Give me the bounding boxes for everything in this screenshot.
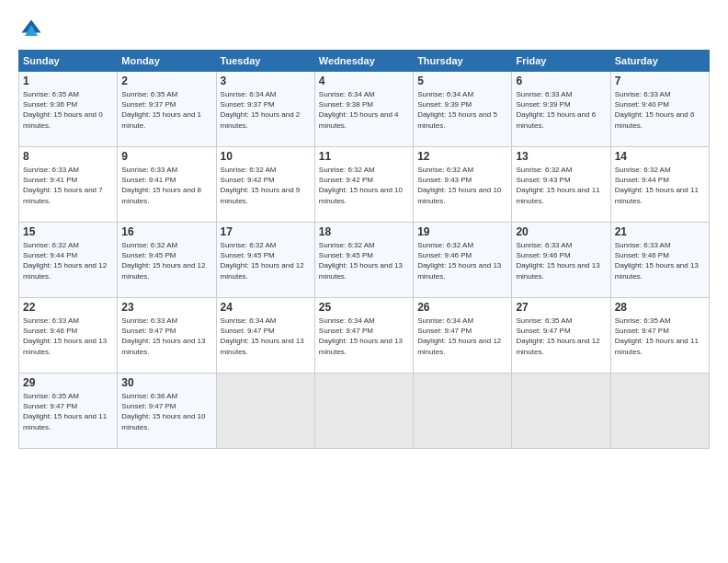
day-info: Sunrise: 6:32 AMSunset: 9:46 PMDaylight:… <box>417 240 507 282</box>
day-info: Sunrise: 6:34 AMSunset: 9:47 PMDaylight:… <box>221 316 311 357</box>
calendar-week-2: 8 Sunrise: 6:33 AMSunset: 9:41 PMDayligh… <box>19 147 710 223</box>
calendar-week-4: 22 Sunrise: 6:33 AMSunset: 9:46 PMDaylig… <box>19 298 710 373</box>
day-info: Sunrise: 6:36 AMSunset: 9:47 PMDaylight:… <box>121 391 211 432</box>
day-number: 18 <box>319 225 409 238</box>
column-header-saturday: Saturday <box>610 51 709 72</box>
day-number: 24 <box>221 301 311 314</box>
day-info: Sunrise: 6:32 AMSunset: 9:44 PMDaylight:… <box>615 165 705 206</box>
calendar-cell: 10 Sunrise: 6:32 AMSunset: 9:42 PMDaylig… <box>216 147 314 223</box>
day-info: Sunrise: 6:32 AMSunset: 9:42 PMDaylight:… <box>221 165 311 206</box>
calendar-header: SundayMondayTuesdayWednesdayThursdayFrid… <box>19 51 710 72</box>
column-header-tuesday: Tuesday <box>216 51 314 72</box>
day-info: Sunrise: 6:32 AMSunset: 9:43 PMDaylight:… <box>516 165 606 206</box>
day-info: Sunrise: 6:34 AMSunset: 9:47 PMDaylight:… <box>319 316 409 357</box>
day-number: 20 <box>516 225 606 238</box>
header <box>18 17 710 42</box>
day-number: 6 <box>516 75 606 87</box>
day-info: Sunrise: 6:34 AMSunset: 9:38 PMDaylight:… <box>319 89 409 131</box>
day-info: Sunrise: 6:33 AMSunset: 9:39 PMDaylight:… <box>516 89 606 131</box>
calendar-cell: 18 Sunrise: 6:32 AMSunset: 9:45 PMDaylig… <box>314 223 413 298</box>
logo <box>18 17 48 42</box>
day-number: 11 <box>319 150 409 163</box>
calendar-cell: 13 Sunrise: 6:32 AMSunset: 9:43 PMDaylig… <box>512 147 610 223</box>
day-info: Sunrise: 6:33 AMSunset: 9:41 PMDaylight:… <box>23 165 113 206</box>
column-header-sunday: Sunday <box>19 51 118 72</box>
day-number: 23 <box>121 301 211 314</box>
day-number: 29 <box>23 376 113 389</box>
column-header-friday: Friday <box>512 51 610 72</box>
calendar-cell: 21 Sunrise: 6:33 AMSunset: 9:46 PMDaylig… <box>610 223 709 298</box>
day-number: 17 <box>221 225 311 238</box>
calendar-cell: 3 Sunrise: 6:34 AMSunset: 9:37 PMDayligh… <box>216 72 314 147</box>
calendar-cell: 2 Sunrise: 6:35 AMSunset: 9:37 PMDayligh… <box>118 72 216 147</box>
calendar-table: SundayMondayTuesdayWednesdayThursdayFrid… <box>18 50 710 449</box>
day-number: 12 <box>417 150 507 163</box>
day-info: Sunrise: 6:34 AMSunset: 9:37 PMDaylight:… <box>221 89 311 131</box>
day-info: Sunrise: 6:33 AMSunset: 9:46 PMDaylight:… <box>615 240 705 282</box>
calendar-cell <box>414 373 512 449</box>
day-number: 7 <box>615 75 705 87</box>
day-number: 13 <box>516 150 606 163</box>
day-info: Sunrise: 6:35 AMSunset: 9:36 PMDaylight:… <box>23 89 113 131</box>
calendar-cell: 8 Sunrise: 6:33 AMSunset: 9:41 PMDayligh… <box>19 147 118 223</box>
day-number: 25 <box>319 301 409 314</box>
day-number: 26 <box>417 301 507 314</box>
calendar-cell: 6 Sunrise: 6:33 AMSunset: 9:39 PMDayligh… <box>512 72 610 147</box>
calendar-cell <box>216 373 314 449</box>
day-info: Sunrise: 6:35 AMSunset: 9:47 PMDaylight:… <box>23 391 113 432</box>
calendar-cell: 1 Sunrise: 6:35 AMSunset: 9:36 PMDayligh… <box>19 72 118 147</box>
column-header-monday: Monday <box>118 51 216 72</box>
day-info: Sunrise: 6:35 AMSunset: 9:47 PMDaylight:… <box>615 316 705 357</box>
calendar-cell: 27 Sunrise: 6:35 AMSunset: 9:47 PMDaylig… <box>512 298 610 373</box>
day-info: Sunrise: 6:35 AMSunset: 9:37 PMDaylight:… <box>121 89 211 131</box>
day-number: 8 <box>23 150 113 163</box>
calendar-cell <box>314 373 413 449</box>
day-number: 22 <box>23 301 113 314</box>
calendar-cell: 19 Sunrise: 6:32 AMSunset: 9:46 PMDaylig… <box>414 223 512 298</box>
calendar-cell: 16 Sunrise: 6:32 AMSunset: 9:45 PMDaylig… <box>118 223 216 298</box>
calendar-week-1: 1 Sunrise: 6:35 AMSunset: 9:36 PMDayligh… <box>19 72 710 147</box>
day-number: 19 <box>417 225 507 238</box>
calendar-cell: 30 Sunrise: 6:36 AMSunset: 9:47 PMDaylig… <box>118 373 216 449</box>
day-info: Sunrise: 6:33 AMSunset: 9:46 PMDaylight:… <box>23 316 113 357</box>
calendar-cell: 4 Sunrise: 6:34 AMSunset: 9:38 PMDayligh… <box>314 72 413 147</box>
day-info: Sunrise: 6:32 AMSunset: 9:45 PMDaylight:… <box>319 240 409 282</box>
calendar-cell: 28 Sunrise: 6:35 AMSunset: 9:47 PMDaylig… <box>610 298 709 373</box>
day-info: Sunrise: 6:32 AMSunset: 9:44 PMDaylight:… <box>23 240 113 282</box>
day-info: Sunrise: 6:35 AMSunset: 9:47 PMDaylight:… <box>516 316 606 357</box>
day-number: 1 <box>23 75 113 87</box>
day-number: 14 <box>615 150 705 163</box>
day-number: 27 <box>516 301 606 314</box>
calendar-cell: 23 Sunrise: 6:33 AMSunset: 9:47 PMDaylig… <box>118 298 216 373</box>
calendar-cell: 20 Sunrise: 6:33 AMSunset: 9:46 PMDaylig… <box>512 223 610 298</box>
calendar-cell: 5 Sunrise: 6:34 AMSunset: 9:39 PMDayligh… <box>414 72 512 147</box>
calendar-cell: 29 Sunrise: 6:35 AMSunset: 9:47 PMDaylig… <box>19 373 118 449</box>
day-info: Sunrise: 6:33 AMSunset: 9:40 PMDaylight:… <box>615 89 705 131</box>
day-info: Sunrise: 6:33 AMSunset: 9:46 PMDaylight:… <box>516 240 606 282</box>
calendar-cell: 17 Sunrise: 6:32 AMSunset: 9:45 PMDaylig… <box>216 223 314 298</box>
day-number: 9 <box>121 150 211 163</box>
day-info: Sunrise: 6:34 AMSunset: 9:47 PMDaylight:… <box>417 316 507 357</box>
calendar-cell <box>610 373 709 449</box>
day-info: Sunrise: 6:33 AMSunset: 9:47 PMDaylight:… <box>121 316 211 357</box>
logo-icon <box>18 17 44 42</box>
column-header-wednesday: Wednesday <box>314 51 413 72</box>
calendar-page: SundayMondayTuesdayWednesdayThursdayFrid… <box>0 0 728 563</box>
day-number: 5 <box>417 75 507 87</box>
calendar-cell: 24 Sunrise: 6:34 AMSunset: 9:47 PMDaylig… <box>216 298 314 373</box>
calendar-cell: 7 Sunrise: 6:33 AMSunset: 9:40 PMDayligh… <box>610 72 709 147</box>
day-info: Sunrise: 6:33 AMSunset: 9:41 PMDaylight:… <box>121 165 211 206</box>
day-info: Sunrise: 6:32 AMSunset: 9:42 PMDaylight:… <box>319 165 409 206</box>
calendar-cell: 15 Sunrise: 6:32 AMSunset: 9:44 PMDaylig… <box>19 223 118 298</box>
day-number: 3 <box>221 75 311 87</box>
day-number: 15 <box>23 225 113 238</box>
day-number: 4 <box>319 75 409 87</box>
calendar-cell: 25 Sunrise: 6:34 AMSunset: 9:47 PMDaylig… <box>314 298 413 373</box>
calendar-cell: 26 Sunrise: 6:34 AMSunset: 9:47 PMDaylig… <box>414 298 512 373</box>
calendar-week-5: 29 Sunrise: 6:35 AMSunset: 9:47 PMDaylig… <box>19 373 710 449</box>
calendar-cell: 14 Sunrise: 6:32 AMSunset: 9:44 PMDaylig… <box>610 147 709 223</box>
day-number: 30 <box>121 376 211 389</box>
column-header-thursday: Thursday <box>414 51 512 72</box>
day-number: 10 <box>221 150 311 163</box>
day-number: 2 <box>121 75 211 87</box>
